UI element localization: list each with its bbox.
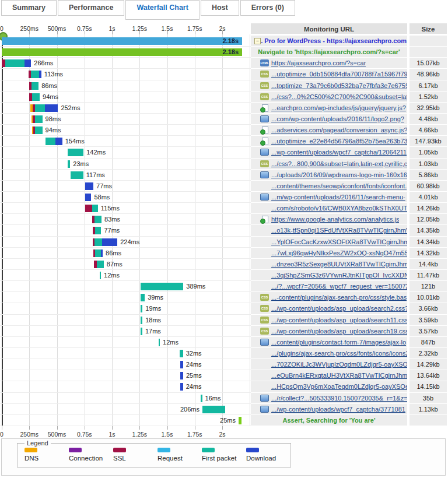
url-link[interactable]: ...3qjShpZSmG3z6VYwnRJtnKITppOI_IvcXXDNr… [271,272,407,279]
tab-errors-0[interactable]: Errors (0) [240,0,295,16]
timing-row: 83ms [0,214,251,225]
url-link[interactable]: .../wp-content/uploads/asp_upload/search… [271,317,407,324]
bar-segment-navigate [2,48,242,56]
timing-row: 18ms [0,315,251,326]
url-link[interactable]: ...dnzeo3R5zSexge8UUVtXRa8TVwTICgirnJhmV… [271,261,407,268]
size-value: 10.01kb [410,292,447,303]
bar-duration-label: 39ms [148,294,163,301]
root-transaction-link[interactable]: ... Pro for WordPress - https://ajaxsear… [257,37,407,44]
url-link[interactable]: .../?...wpcf7=2056&_wpcf7_request_ver=15… [271,283,407,290]
size-value: 60.98kb [410,181,447,192]
url-link[interactable]: ...earchpro.com/wp-includes/js/jquery/jq… [271,104,406,111]
timing-row: 12ms [0,337,251,348]
bar-segment-first_packet [95,249,101,257]
tab-performance[interactable]: Performance [58,0,124,16]
img-icon-slot [260,395,269,402]
url-cell: CSS.../wp-content/uploads/asp_upload/sea… [251,303,407,314]
url-link[interactable]: ...content/themes/seowp/iconfont/fonts/i… [271,182,407,189]
url-link[interactable]: .../wp-content/uploads/asp_upload/search… [271,328,407,335]
url-link[interactable]: ...7wLxj96qwHyNIkxPesZW2xOQ-xsNqO47m55D [271,249,407,256]
image-file-icon [260,171,269,178]
size-value: 3.57kb [410,326,447,337]
bar-duration-label: 32ms [186,350,202,357]
timing-bar [30,104,58,112]
legend-container: Legend DNSConnectionSSLRequestFirst pack… [1,438,446,476]
url-link[interactable]: ...content/plugins/contact-form-7/images… [271,339,406,346]
url-link[interactable]: .../css?...0%2C500%2C700%2C900&subset=la… [271,93,407,100]
no-icon [260,383,269,390]
bar-segment-first_packet [32,82,38,90]
timing-bar [29,71,41,78]
bar-segment-download [180,372,183,379]
url-cell: ...dnzeo3R5zSexge8UUVtXRa8TVwTICgirnJhmV… [251,259,407,270]
legend-title: Legend [24,440,51,447]
tab-summary[interactable]: Summary [1,0,57,16]
bar-duration-label: 18ms [145,317,161,324]
url-link[interactable]: ...o13k-tfSpn0qi1SFdUfVtXRa8TVwTICgirnJh… [271,227,407,234]
axis-bottom-tickmark [222,426,223,430]
url-link[interactable]: .../r/collect?...505333910.1500720035&_r… [271,395,407,402]
size-value: 1.52kb [410,92,447,103]
url-link[interactable]: .../css?...800,900&subset=latin,latin-ex… [271,160,407,167]
bar-duration-label: 86ms [106,249,121,257]
css-file-icon: CSS [260,71,269,78]
legend-label: Request [158,455,202,462]
url-link[interactable]: ...utoptimize_0db150884dfa700788f7a15967… [271,71,407,78]
url-link[interactable]: ...utoptimize_e22e84d56796a8f52b75ea263b… [271,138,407,145]
axis-bottom-tick-label: 1.25s [132,431,147,438]
timing-row: 2.18s [0,47,251,58]
size-value: 14.32kb [410,248,447,259]
url-link[interactable]: .../wp-content/uploads/asp_upload/search… [271,305,407,312]
bar-segment-download [45,104,58,112]
image-file-icon [260,395,269,402]
url-link[interactable]: ...702ZOKiLJc3WVjuplzOqdm0LZdjqr5-oayXSO… [271,361,407,368]
assert-step-label: Assert, Searching for 'You are' [251,417,407,424]
url-link[interactable]: ...wp-content/uploads/wpcf7_captcha/1206… [271,149,407,156]
url-link[interactable]: ...com/wp-content/uploads/2016/11/logo2.… [271,115,404,122]
bar-segment-first_packet [46,138,55,145]
url-link[interactable]: ...-content/plugins/ajax-search-pro/css/… [271,294,407,301]
timing-bar [239,417,242,424]
url-cell: HTMLhttps://ajaxsearchpro.com/?s=car [251,58,407,69]
url-link[interactable]: ...YplOFocCacKzxwXSOFtXRa8TVwTICgirnJhmV… [271,238,407,245]
css-file-icon: CSS [260,305,269,312]
url-link[interactable]: .../wp-content/uploads/wpcf7_captcha/377… [271,406,405,413]
no-icon [260,350,269,357]
timing-bar [180,372,183,379]
url-link[interactable]: ...com/s/roboto/v16/CWB0XYA8bzo0kSThX0UT… [271,205,407,212]
url-link[interactable]: https://www.google-analytics.com/analyti… [271,216,399,223]
url-cell: ...utoptimize_e22e84d56796a8f52b75ea263b… [251,136,407,147]
timing-row: 39ms [0,292,251,303]
timing-row: 87ms [0,259,251,270]
url-link[interactable]: ...adservices.com/pagead/conversion_asyn… [271,126,407,133]
url-cell: CSS.../wp-content/uploads/asp_upload/sea… [251,315,407,326]
tab-waterfall-chart[interactable]: Waterfall Chart [125,0,199,20]
tab-host[interactable]: Host [201,0,239,16]
url-link[interactable]: https://ajaxsearchpro.com/?s=car [271,59,366,66]
size-value: 147.93kb [410,136,447,147]
bar-duration-label: 113ms [44,71,63,78]
url-link[interactable]: ...eOuBrn4kERxqtaUH3VtXRa8TVwTICgirnJhmV… [271,372,407,379]
img-icon-slot [260,339,269,346]
image-file-icon [260,149,269,156]
url-link[interactable]: ...HCpsQm3Vp6mXoaTeqdm0LZdjqr5-oayXSOefq [271,383,407,390]
url-cell: CSS.../wp-content/uploads/asp_upload/sea… [251,326,407,337]
url-link[interactable]: ...toptimize_73a79c6b0d532ba7e7fbfa3e7e6… [271,82,407,89]
size-value: 3.66kb [410,303,447,314]
axis-bottom-tick-label: 250ms [20,431,38,438]
legend-swatch-first-packet [202,448,215,452]
url-link[interactable]: ...m/wp-content/uploads/2016/11/search-m… [271,194,405,201]
url-cell: ...content/themes/seowp/iconfont/fonts/i… [251,181,407,192]
collapse-minus-icon[interactable]: − [254,38,261,44]
legend-label: Connection [69,455,113,462]
url-link[interactable]: .../uploads/2016/09/wpdreams-logo-min-16… [271,171,407,178]
bar-segment-ssl [85,205,92,212]
bar-segment-first_packet [180,350,183,357]
url-link[interactable]: .../plugins/ajax-search-pro/css/fonts/ic… [271,350,407,357]
bar-duration-label: 117ms [86,171,105,179]
timing-row: 25ms [0,370,251,381]
js-file-icon [262,104,268,112]
timing-bar [85,194,92,201]
timing-bar [180,361,183,368]
css-icon-slot: CSS [260,82,269,89]
